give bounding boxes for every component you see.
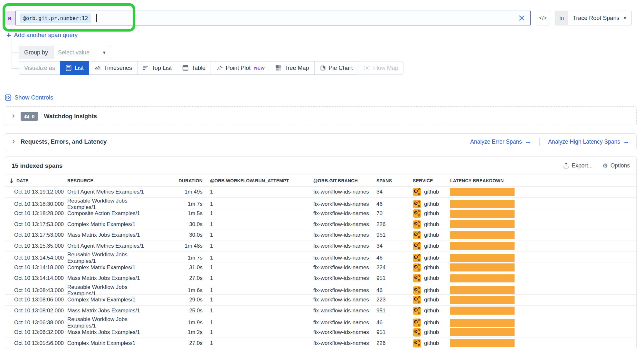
options-button[interactable]: ⚙ Options <box>602 162 630 169</box>
tab-timeseries[interactable]: Timeseries <box>89 61 137 75</box>
column-header-duration[interactable]: DURATION <box>179 178 205 183</box>
cell-run-attempt: 1 <box>205 189 313 195</box>
table-row[interactable]: Oct 10 13:17:53.000 Mass Matrix Jobs Exa… <box>5 230 636 241</box>
github-service-icon: ⚙⚙⚙ <box>413 263 421 272</box>
cell-latency <box>450 263 636 271</box>
column-header-resource[interactable]: RESOURCE <box>67 178 148 183</box>
expand-chevron-icon[interactable]: › <box>12 137 15 145</box>
cell-duration: 1m 2s <box>188 329 205 336</box>
cell-resource: Complex Matrix Examples/1 <box>67 340 148 347</box>
code-view-button[interactable]: </> <box>536 11 550 25</box>
table-row[interactable]: Oct 10 13:15:35.000 Orbit Agent Metrics … <box>5 241 636 252</box>
add-span-query-link[interactable]: + Add another span query <box>6 31 78 39</box>
table-row[interactable]: Oct 10 13:18:30.000 Reusable Workflow Jo… <box>5 198 636 209</box>
cell-service: ⚙⚙⚙ github <box>413 242 450 250</box>
latency-bar <box>450 319 515 327</box>
github-service-icon: ⚙⚙⚙ <box>413 307 421 315</box>
table-row[interactable]: Oct 10 13:17:53.000 Complex Matrix Examp… <box>5 219 636 230</box>
latency-bar <box>450 296 515 304</box>
service-name: github <box>424 319 439 326</box>
tree-connector <box>12 68 19 69</box>
query-token[interactable]: @orb.git.pr.number:12 <box>20 14 91 23</box>
column-header-spans[interactable]: SPANS <box>376 178 413 183</box>
export-icon <box>563 163 569 169</box>
column-header-latency[interactable]: LATENCY BREAKDOWN <box>450 178 636 183</box>
query-separator: : <box>79 15 82 21</box>
cell-latency <box>450 200 636 208</box>
cell-spans: 226 <box>376 221 413 228</box>
latency-bar <box>450 254 515 262</box>
cell-duration: 25.0s <box>189 308 205 314</box>
top-list-icon <box>143 65 149 71</box>
service-name: github <box>424 287 439 294</box>
analyze-high-latency-spans-link[interactable]: Analyze High Latency Spans → <box>548 138 629 145</box>
service-name: github <box>424 329 439 336</box>
tab-table[interactable]: Table <box>177 61 211 75</box>
cell-branch: fix-workflow-ids-names <box>313 243 376 249</box>
cell-service: ⚙⚙⚙ github <box>413 231 450 239</box>
cell-resource: Reusable Workflow Jobs Examples/1 <box>67 252 148 264</box>
cell-branch: fix-workflow-ids-names <box>313 264 376 271</box>
search-input[interactable]: @orb.git.pr.number:12 <box>15 11 531 25</box>
tab-point-plot[interactable]: Point PlotNEW <box>211 61 270 75</box>
cell-duration: 30.0s <box>189 232 205 238</box>
cell-spans: 46 <box>376 255 413 261</box>
table-row[interactable]: Oct 10 13:14:14.000 Mass Matrix Jobs Exa… <box>5 273 636 284</box>
tab-tree-map[interactable]: Tree Map <box>270 61 314 75</box>
cell-branch: fix-workflow-ids-names <box>313 297 376 303</box>
query-scope-label[interactable]: a <box>4 11 15 25</box>
column-header-branch[interactable]: @ORB.GIT.BRANCH <box>313 178 376 183</box>
cell-resource: Orbit Agent Metrics Examples/1 <box>67 243 148 249</box>
cell-date: Oct 10 13:17:53.000 <box>14 232 67 238</box>
cell-date: Oct 10 13:15:35.000 <box>14 243 67 249</box>
github-service-icon: ⚙⚙⚙ <box>413 254 421 262</box>
tab-list[interactable]: List <box>60 61 89 75</box>
cell-spans: 70 <box>376 210 413 217</box>
cell-run-attempt: 1 <box>205 221 313 228</box>
column-header-date[interactable]: DATE <box>5 178 67 184</box>
show-controls-link[interactable]: Show Controls <box>5 94 53 101</box>
visualize-as-label: Visualize as <box>19 61 60 75</box>
clear-query-icon[interactable] <box>518 14 525 22</box>
analyze-error-spans-link[interactable]: Analyze Error Spans → <box>470 138 531 145</box>
group-by-select[interactable]: Select value ▼ <box>53 46 111 59</box>
cell-duration: 30.0s <box>189 221 205 228</box>
table-row[interactable]: Oct 10 13:06:38.000 Reusable Workflow Jo… <box>5 316 636 327</box>
export-button[interactable]: Export... <box>563 162 592 169</box>
service-name: github <box>424 210 439 217</box>
tree-connector <box>12 39 12 68</box>
cell-run-attempt: 1 <box>205 201 313 207</box>
cell-date: Oct 10 13:05:56.000 <box>14 340 67 347</box>
cell-service: ⚙⚙⚙ github <box>413 339 450 347</box>
cell-run-attempt: 1 <box>205 287 313 294</box>
expand-chevron-icon[interactable]: › <box>12 112 15 119</box>
service-name: github <box>424 308 439 314</box>
service-name: github <box>424 275 439 281</box>
table-row[interactable]: Oct 10 13:08:43.000 Reusable Workflow Jo… <box>5 284 636 295</box>
cell-duration: 27.0s <box>189 275 205 281</box>
column-header-service[interactable]: SERVICE <box>413 178 450 183</box>
indexed-spans-table: 15 indexed spans Export... ⚙ Options <box>5 157 637 349</box>
tab-top-list[interactable]: Top List <box>137 61 177 75</box>
latency-bar <box>450 274 515 282</box>
cell-date: Oct 10 13:06:38.000 <box>14 319 67 326</box>
cell-date: Oct 10 13:18:28.000 <box>14 210 67 217</box>
cell-spans: 34 <box>376 243 413 249</box>
cell-branch: fix-workflow-ids-names <box>313 319 376 326</box>
cell-service: ⚙⚙⚙ github <box>413 188 450 196</box>
table-row[interactable]: Oct 10 13:08:02.000 Mass Matrix Jobs Exa… <box>5 306 636 317</box>
tree-map-icon <box>275 65 281 71</box>
plus-icon: + <box>6 32 11 38</box>
watchdog-title: Watchdog Insights <box>44 113 97 120</box>
cell-latency <box>450 231 636 239</box>
connector-line <box>550 18 555 18</box>
cell-resource: Reusable Workflow Jobs Examples/1 <box>67 316 148 329</box>
table-row[interactable]: Oct 10 13:05:56.000 Complex Matrix Examp… <box>5 338 636 349</box>
tab-pie-chart[interactable]: Pie Chart <box>314 61 358 75</box>
gear-icon: ⚙ <box>602 163 608 169</box>
span-source-select[interactable]: Trace Root Spans ▼ <box>568 11 631 25</box>
table-row[interactable]: Oct 10 13:19:12.000 Orbit Agent Metrics … <box>5 187 636 198</box>
cell-duration: 1m 6s <box>188 287 205 294</box>
column-header-run-attempt[interactable]: @ORB.WORKFLOW.RUN_ATTEMPT <box>205 178 313 183</box>
table-row[interactable]: Oct 10 13:14:54.000 Reusable Workflow Jo… <box>5 252 636 262</box>
